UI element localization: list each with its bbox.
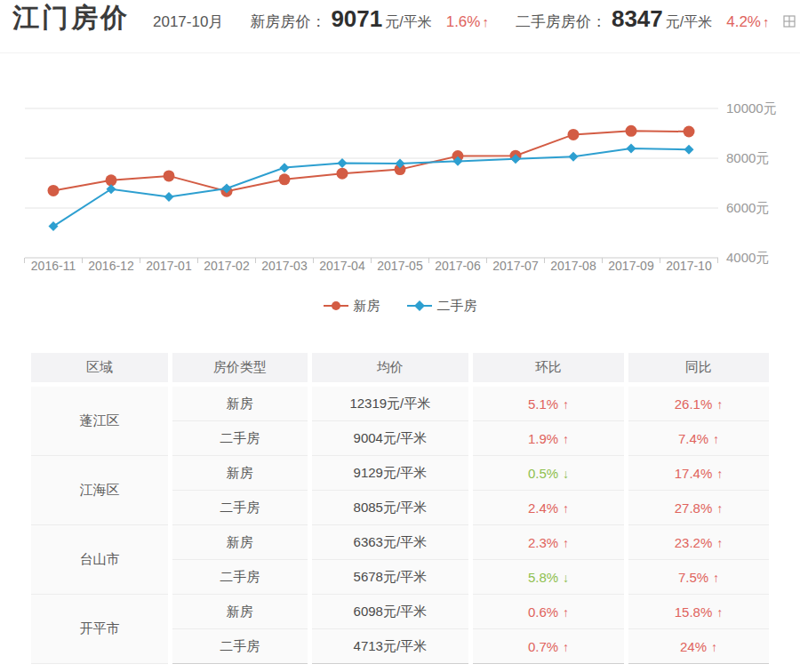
table-row: 江海区新房9129元/平米0.5%↓17.4%↑ xyxy=(31,456,769,491)
up-arrow-icon: ↑ xyxy=(716,536,723,550)
percent-value: 26.1% xyxy=(675,396,713,412)
x-axis-label: 2017-07 xyxy=(492,259,539,273)
x-axis-label: 2017-03 xyxy=(261,259,308,273)
new-house-change: 1.6% xyxy=(446,13,481,31)
data-point xyxy=(569,152,579,162)
avg-price-cell: 4713元/平米 xyxy=(312,629,468,664)
percent-value: 23.2% xyxy=(675,535,713,550)
down-arrow-icon: ↓ xyxy=(563,571,569,585)
percent-value: 0.6% xyxy=(528,604,558,620)
x-axis-label: 2017-04 xyxy=(319,259,365,273)
y-axis-label: 8000元 xyxy=(726,150,769,165)
price-type-cell: 新房 xyxy=(172,456,308,491)
data-point xyxy=(568,129,580,140)
second-house-line-marker-icon xyxy=(407,300,432,311)
data-point xyxy=(626,125,637,137)
up-arrow-icon: ↑ xyxy=(563,432,569,446)
period-label: 2017-10月 xyxy=(153,12,223,32)
mom-change-cell: 5.8%↓ xyxy=(473,560,624,595)
data-point xyxy=(338,158,348,168)
up-arrow-icon: ↑ xyxy=(563,640,569,654)
yoy-change-cell: 24%↑ xyxy=(628,629,769,664)
new-house-price-label: 新房房价： xyxy=(250,12,325,32)
x-axis-label: 2017-09 xyxy=(608,259,654,273)
up-arrow-icon: ↑ xyxy=(716,605,723,620)
table-row: 开平市新房6098元/平米0.6%↑15.8%↑ xyxy=(31,595,769,629)
new-house-price-value: 9071 xyxy=(331,5,382,33)
up-arrow-icon: ↑ xyxy=(563,397,569,412)
data-point xyxy=(627,144,636,154)
mom-change-cell: 2.3%↑ xyxy=(473,525,624,560)
percent-value: 0.7% xyxy=(528,639,558,654)
up-arrow-icon: ↑ xyxy=(711,640,717,654)
new-house-price-unit: 元/平米 xyxy=(385,13,431,32)
x-axis-label: 2017-02 xyxy=(204,259,250,273)
data-point xyxy=(684,145,694,155)
data-point xyxy=(48,185,60,196)
data-point xyxy=(164,192,174,202)
data-point xyxy=(684,126,695,138)
percent-value: 0.5% xyxy=(528,466,558,481)
mom-change-cell: 0.6%↑ xyxy=(473,595,624,629)
second-house-change: 4.2% xyxy=(726,13,761,31)
price-type-cell: 二手房 xyxy=(172,560,308,595)
percent-value: 27.8% xyxy=(675,500,713,516)
percent-value: 15.8% xyxy=(675,604,713,620)
price-trend-chart: 10000元8000元6000元4000元2016-112016-122017-… xyxy=(0,62,800,284)
price-table-body: 蓬江区新房12319元/平米5.1%↑26.1%↑二手房9004元/平米1.9%… xyxy=(31,387,769,664)
data-point xyxy=(337,168,348,180)
mom-change-cell: 5.1%↑ xyxy=(473,387,624,421)
price-trend-chart-area: 10000元8000元6000元4000元2016-112016-122017-… xyxy=(0,62,800,284)
series-line-二手房 xyxy=(53,148,689,227)
region-cell: 江海区 xyxy=(31,456,168,525)
percent-value: 24% xyxy=(680,639,707,654)
legend-label-new-house: 新房 xyxy=(354,298,380,315)
calendar-grid-icon[interactable] xyxy=(783,15,796,28)
x-axis-label: 2017-01 xyxy=(146,259,192,273)
series-line-新房 xyxy=(53,131,689,191)
region-cell: 台山市 xyxy=(31,525,168,595)
price-type-cell: 二手房 xyxy=(172,491,308,525)
percent-value: 17.4% xyxy=(675,466,713,481)
avg-price-cell: 6363元/平米 xyxy=(312,525,468,560)
price-type-cell: 新房 xyxy=(172,387,308,421)
region-cell: 开平市 xyxy=(31,595,168,664)
yoy-change-cell: 17.4%↑ xyxy=(628,456,769,491)
jiangmen-price-page: 江门房价 2017-10月 新房房价： 9071 元/平米 1.6% ↑ 二手房… xyxy=(0,0,800,672)
mom-change-cell: 1.9%↑ xyxy=(473,421,624,456)
price-type-cell: 二手房 xyxy=(172,629,308,664)
table-header-row: 区域 房价类型 均价 环比 同比 xyxy=(31,353,769,387)
price-type-cell: 二手房 xyxy=(172,421,308,456)
yoy-change-cell: 7.4%↑ xyxy=(628,421,769,456)
mom-change-cell: 2.4%↑ xyxy=(473,491,624,525)
yoy-change-cell: 23.2%↑ xyxy=(628,525,769,560)
percent-value: 2.4% xyxy=(528,500,558,516)
yoy-change-cell: 26.1%↑ xyxy=(628,387,769,421)
y-axis-label: 6000元 xyxy=(726,200,769,215)
up-arrow-icon: ↑ xyxy=(713,432,719,446)
x-axis-label: 2017-10 xyxy=(666,259,712,273)
legend-label-second-house: 二手房 xyxy=(437,298,477,315)
yoy-change-cell: 15.8%↑ xyxy=(628,595,769,629)
percent-value: 7.5% xyxy=(678,570,708,585)
x-axis-label: 2017-05 xyxy=(377,259,423,273)
region-cell: 蓬江区 xyxy=(31,387,168,456)
percent-value: 5.8% xyxy=(528,570,558,585)
table-row: 台山市新房6363元/平米2.3%↑23.2%↑ xyxy=(31,525,769,560)
second-house-up-arrow-icon: ↑ xyxy=(763,14,770,29)
x-axis-label: 2016-12 xyxy=(88,259,134,273)
up-arrow-icon: ↑ xyxy=(563,605,569,620)
data-point xyxy=(164,170,175,181)
column-header-price-type: 房价类型 xyxy=(172,353,308,387)
avg-price-cell: 6098元/平米 xyxy=(312,595,468,629)
avg-price-cell: 12319元/平米 xyxy=(312,387,468,421)
legend-item-new-house[interactable]: 新房 xyxy=(324,298,380,315)
x-axis-label: 2017-08 xyxy=(550,259,596,273)
percent-value: 2.3% xyxy=(528,535,558,550)
x-axis-label: 2016-11 xyxy=(31,259,76,273)
price-type-cell: 新房 xyxy=(172,525,308,560)
data-point xyxy=(107,184,116,194)
y-axis-label: 10000元 xyxy=(726,100,777,116)
second-house-price-unit: 元/平米 xyxy=(666,13,712,32)
legend-item-second-house[interactable]: 二手房 xyxy=(407,298,477,315)
